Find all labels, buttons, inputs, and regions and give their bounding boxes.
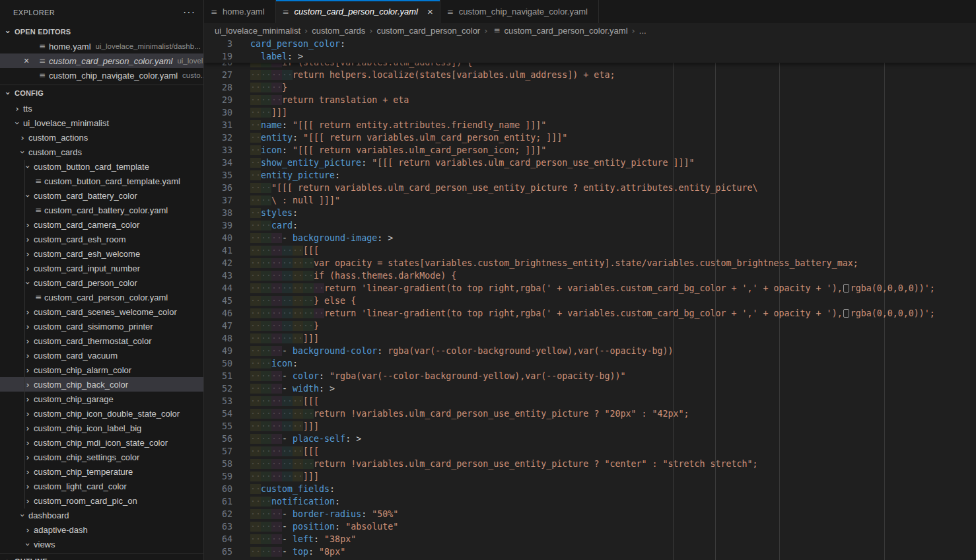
token: :: [282, 145, 293, 155]
tree-item-custom_light_card_color[interactable]: ›custom_light_card_color: [0, 479, 203, 493]
tree-item-custom_chip_settings_color[interactable]: ›custom_chip_settings_color: [0, 450, 203, 464]
code-line-49[interactable]: 49······- background-color: rgba(var(--c…: [204, 345, 976, 357]
close-icon[interactable]: ×: [24, 55, 37, 66]
code-line-50[interactable]: 50····icon:: [204, 357, 976, 370]
tree-item-custom_chip_icon_label_big[interactable]: ›custom_chip_icon_label_big: [0, 421, 203, 435]
tree-item-custom_card_thermostat_color[interactable]: ›custom_card_thermostat_color: [0, 333, 203, 348]
tree-item-label: dashboard: [28, 510, 69, 520]
code-line-34[interactable]: 34··show_entity_picture: "[[[ return var…: [204, 157, 976, 169]
tree-item-tts[interactable]: ›tts: [0, 101, 203, 116]
code-line-27[interactable]: 27········return helpers.localize(states…: [204, 69, 976, 81]
code-line-57[interactable]: 57··········[[[: [204, 445, 976, 458]
indent-guide: ··: [261, 333, 271, 343]
close-icon[interactable]: ×: [427, 7, 433, 17]
tab-custom_card_person_color.yaml[interactable]: ≡custom_card_person_color.yaml×: [276, 0, 440, 23]
breadcrumb-item[interactable]: custom_cards: [312, 26, 365, 36]
tree-item-custom_actions[interactable]: ›custom_actions: [0, 130, 203, 145]
code-line-26[interactable]: 26······if (states[variables.ulm_address…: [204, 63, 976, 69]
token: background-image: [293, 233, 377, 243]
code-line-53[interactable]: 53··········[[[: [204, 395, 976, 407]
code-line-47[interactable]: 47············}: [204, 320, 976, 332]
tree-item-ui_lovelace_minimalist[interactable]: ›ui_lovelace_minimalist: [0, 116, 203, 130]
code-line-3[interactable]: 3card_person_color:: [204, 38, 976, 50]
tree-item-custom_card_sisimomo_printer[interactable]: ›custom_card_sisimomo_printer: [0, 319, 203, 333]
code-line-30[interactable]: 30····]]]: [204, 106, 976, 119]
tree-item-custom_card_vacuum[interactable]: ›custom_card_vacuum: [0, 348, 203, 363]
code-line-56[interactable]: 56······- place-self: >: [204, 433, 976, 445]
code-line-60[interactable]: 60··custom_fields:: [204, 483, 976, 495]
open-editors-section-header[interactable]: › OPEN EDITORS: [0, 24, 203, 39]
open-editor-custom_chip_navigate_color.yaml[interactable]: ≡custom_chip_navigate_color.yamlcusto...: [0, 68, 203, 83]
code-line-40[interactable]: 40······- background-image: >: [204, 232, 976, 244]
tree-item-custom_cards[interactable]: ›custom_cards: [0, 145, 203, 159]
code-line-44[interactable]: 44··············return 'linear-gradient(…: [204, 282, 976, 295]
tree-item-custom_chip_mdi_icon_state_color[interactable]: ›custom_chip_mdi_icon_state_color: [0, 435, 203, 450]
outline-section-header[interactable]: › OUTLINE: [0, 553, 203, 560]
config-section-header[interactable]: › CONFIG: [0, 85, 203, 101]
code-line-32[interactable]: 32··entity: "[[[ return variables.ulm_ca…: [204, 131, 976, 144]
code-editor[interactable]: 3card_person_color:19 label: > 26······i…: [204, 38, 976, 560]
line-number: 28: [204, 81, 232, 94]
tree-item-custom_button_card_template.yaml[interactable]: ≡custom_button_card_template.yaml: [0, 174, 203, 188]
code-line-62[interactable]: 62······- border-radius: "50%": [204, 508, 976, 520]
open-editor-home.yaml[interactable]: ≡home.yamlui_lovelace_minimalist/dashb..…: [0, 39, 203, 53]
tree-item-custom_chip_alarm_color[interactable]: ›custom_chip_alarm_color: [0, 363, 203, 377]
tree-item-custom_card_battery_color[interactable]: ›custom_card_battery_color: [0, 188, 203, 203]
code-line-41[interactable]: 41··········[[[: [204, 244, 976, 257]
tree-item-custom_button_card_template[interactable]: ›custom_button_card_template: [0, 159, 203, 174]
token: name: [261, 120, 282, 130]
tab-home.yaml[interactable]: ≡home.yaml: [204, 0, 276, 23]
breadcrumb-item[interactable]: custom_card_person_color: [376, 26, 480, 36]
open-editor-custom_card_person_color.yaml[interactable]: ×≡custom_card_person_color.yamlui_lovel.…: [0, 53, 203, 68]
tab-custom_chip_navigate_color.yaml[interactable]: ≡custom_chip_navigate_color.yaml: [440, 0, 599, 23]
tree-item-custom_chip_temperature[interactable]: ›custom_chip_temperature: [0, 464, 203, 479]
code-line-36[interactable]: 36····"[[[ return variables.ulm_card_per…: [204, 182, 976, 194]
tree-item-custom_chip_back_color[interactable]: ›custom_chip_back_color: [0, 377, 203, 392]
breadcrumb-item[interactable]: ...: [639, 26, 646, 36]
tree-item-dashboard[interactable]: ›dashboard: [0, 508, 203, 522]
code-line-31[interactable]: 31··name: "[[[ return entity.attributes.…: [204, 119, 976, 131]
code-line-28[interactable]: 28······}: [204, 81, 976, 94]
code-line-51[interactable]: 51······- color: "rgba(var(--color-backg…: [204, 370, 976, 382]
tree-item-custom_card_person_color.yaml[interactable]: ≡custom_card_person_color.yaml: [0, 290, 203, 304]
tree-item-views[interactable]: ›views: [0, 537, 203, 551]
code-line-55[interactable]: 55··········]]]: [204, 420, 976, 433]
tree-item-adaptive-dash[interactable]: ›adaptive-dash: [0, 522, 203, 537]
breadcrumb-item[interactable]: ≡custom_card_person_color.yaml: [491, 26, 627, 36]
code-line-61[interactable]: 61····notification:: [204, 495, 976, 508]
tree-item-custom_chip_garage[interactable]: ›custom_chip_garage: [0, 392, 203, 406]
code-line-59[interactable]: 59··········]]]: [204, 470, 976, 483]
code-line-19[interactable]: 19 label: >: [204, 50, 976, 63]
tree-item-custom_card_input_number[interactable]: ›custom_card_input_number: [0, 261, 203, 275]
code-line-58[interactable]: 58············return !variables.ulm_card…: [204, 458, 976, 470]
code-line-64[interactable]: 64······- left: "38px": [204, 533, 976, 545]
tree-item-custom_card_camera_color[interactable]: ›custom_card_camera_color: [0, 217, 203, 232]
tree-item-custom_card_battery_color.yaml[interactable]: ≡custom_card_battery_color.yaml: [0, 203, 203, 217]
code-line-43[interactable]: 43············if (hass.themes.darkMode) …: [204, 269, 976, 282]
more-actions-icon[interactable]: ···: [183, 9, 195, 16]
tree-item-custom_card_scenes_welcome_color[interactable]: ›custom_card_scenes_welcome_color: [0, 304, 203, 319]
code-line-52[interactable]: 52······- width: >: [204, 382, 976, 395]
code-line-33[interactable]: 33··icon: "[[[ return variables.ulm_card…: [204, 144, 976, 157]
code-line-65[interactable]: 65······- top: "8px": [204, 545, 976, 558]
code-line-38[interactable]: 38··styles:: [204, 207, 976, 219]
code-line-content: ····notification:: [250, 495, 340, 508]
code-line-29[interactable]: 29······return translation + eta: [204, 94, 976, 106]
breadcrumb-item[interactable]: ui_lovelace_minimalist: [215, 26, 300, 36]
code-line-54[interactable]: 54············return !variables.ulm_card…: [204, 407, 976, 420]
tree-item-custom_card_esh_welcome[interactable]: ›custom_card_esh_welcome: [0, 246, 203, 261]
code-line-48[interactable]: 48··········]]]: [204, 332, 976, 345]
code-line-46[interactable]: 46··············return 'linear-gradient(…: [204, 307, 976, 320]
tree-item-custom_card_person_color[interactable]: ›custom_card_person_color: [0, 275, 203, 290]
code-line-39[interactable]: 39····card:: [204, 219, 976, 232]
code-line-45[interactable]: 45············} else {: [204, 295, 976, 307]
code-line-35[interactable]: 35··entity_picture:: [204, 169, 976, 182]
code-line-42[interactable]: 42············var opacity = states[varia…: [204, 257, 976, 269]
tree-item-custom_room_card_pic_on[interactable]: ›custom_room_card_pic_on: [0, 493, 203, 508]
sticky-scroll[interactable]: 3card_person_color:19 label: >: [204, 38, 976, 63]
tree-item-custom_card_esh_room[interactable]: ›custom_card_esh_room: [0, 232, 203, 246]
token: rgba(0,0,0,0))';: [851, 283, 935, 293]
code-line-37[interactable]: 37····\ : null ]]]": [204, 194, 976, 207]
tree-item-custom_chip_icon_double_state_color[interactable]: ›custom_chip_icon_double_state_color: [0, 406, 203, 421]
code-line-63[interactable]: 63······- position: "absolute": [204, 520, 976, 533]
